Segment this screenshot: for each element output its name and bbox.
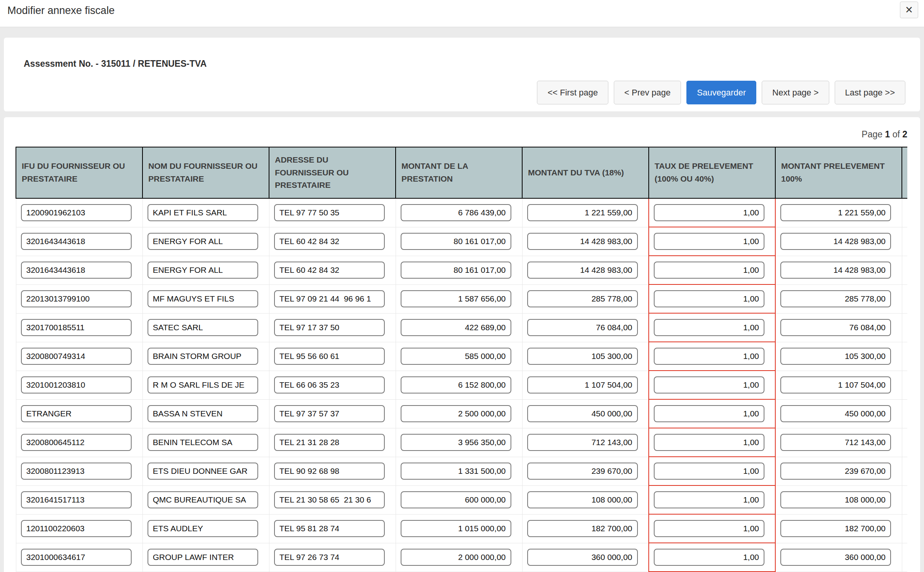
ifu-input[interactable] xyxy=(21,376,132,393)
assessment-title: Assessment No. - 315011 / RETENUES-TVA xyxy=(24,59,207,69)
montant-prestation-input[interactable] xyxy=(401,463,511,480)
montant-prelevement-input[interactable] xyxy=(780,463,891,480)
montant-prestation-input[interactable] xyxy=(401,204,511,221)
montant-prestation-input[interactable] xyxy=(401,405,511,422)
adresse-input[interactable] xyxy=(274,233,385,250)
montant-tva-input[interactable] xyxy=(527,491,638,508)
taux-prelevement-input[interactable] xyxy=(654,520,764,537)
montant-tva-input[interactable] xyxy=(527,549,638,566)
ifu-input[interactable] xyxy=(21,233,132,250)
adresse-input[interactable] xyxy=(274,463,385,480)
montant-prestation-input[interactable] xyxy=(401,262,511,279)
montant-prelevement-input[interactable] xyxy=(780,319,891,336)
ifu-input[interactable] xyxy=(21,520,132,537)
nom-input[interactable] xyxy=(148,262,258,279)
ifu-input[interactable] xyxy=(21,491,132,508)
ifu-input[interactable] xyxy=(21,463,132,480)
nom-input[interactable] xyxy=(148,319,258,336)
taux-prelevement-input[interactable] xyxy=(654,376,764,393)
nom-input[interactable] xyxy=(148,233,258,250)
taux-prelevement-input[interactable] xyxy=(654,204,764,221)
taux-prelevement-input[interactable] xyxy=(654,348,764,365)
adresse-input[interactable] xyxy=(274,376,385,393)
adresse-input[interactable] xyxy=(274,549,385,566)
nom-input[interactable] xyxy=(148,549,258,566)
taux-prelevement-input[interactable] xyxy=(654,405,764,422)
nom-input[interactable] xyxy=(148,463,258,480)
nom-input[interactable] xyxy=(148,405,258,422)
montant-prestation-input[interactable] xyxy=(401,376,511,393)
montant-prelevement-input[interactable] xyxy=(780,233,891,250)
montant-prestation-input[interactable] xyxy=(401,520,511,537)
taux-prelevement-input[interactable] xyxy=(654,549,764,566)
last-page-button[interactable]: Last page >> xyxy=(835,81,905,104)
montant-prelevement-input[interactable] xyxy=(780,434,891,451)
montant-tva-input[interactable] xyxy=(527,319,638,336)
ifu-input[interactable] xyxy=(21,319,132,336)
ifu-input[interactable] xyxy=(21,405,132,422)
nom-input[interactable] xyxy=(148,290,258,307)
montant-tva-input[interactable] xyxy=(527,434,638,451)
prev-page-button[interactable]: < Prev page xyxy=(614,81,681,104)
adresse-input[interactable] xyxy=(274,491,385,508)
taux-prelevement-input[interactable] xyxy=(654,262,764,279)
ifu-input[interactable] xyxy=(21,262,132,279)
montant-prelevement-input[interactable] xyxy=(780,348,891,365)
adresse-input[interactable] xyxy=(274,204,385,221)
montant-prelevement-input[interactable] xyxy=(780,290,891,307)
adresse-input[interactable] xyxy=(274,262,385,279)
ifu-input[interactable] xyxy=(21,348,132,365)
next-page-button[interactable]: Next page > xyxy=(762,81,829,104)
table-scroll-area[interactable]: IFU DU FOURNISSEUR OU PRESTATAIRENOM DU … xyxy=(16,147,907,572)
adresse-input[interactable] xyxy=(274,405,385,422)
montant-tva-input[interactable] xyxy=(527,348,638,365)
montant-tva-input[interactable] xyxy=(527,204,638,221)
taux-prelevement-input[interactable] xyxy=(654,290,764,307)
adresse-input[interactable] xyxy=(274,290,385,307)
nom-input[interactable] xyxy=(148,204,258,221)
montant-tva-input[interactable] xyxy=(527,405,638,422)
adresse-input[interactable] xyxy=(274,434,385,451)
ifu-input[interactable] xyxy=(21,290,132,307)
adresse-input[interactable] xyxy=(274,348,385,365)
nom-input[interactable] xyxy=(148,491,258,508)
close-button[interactable]: ✕ xyxy=(900,2,918,18)
nom-input[interactable] xyxy=(148,520,258,537)
adresse-input[interactable] xyxy=(274,319,385,336)
montant-prelevement-input[interactable] xyxy=(780,520,891,537)
table-row xyxy=(16,514,907,543)
montant-prelevement-input[interactable] xyxy=(780,204,891,221)
montant-prelevement-input[interactable] xyxy=(780,549,891,566)
montant-prelevement-input[interactable] xyxy=(780,262,891,279)
nom-input[interactable] xyxy=(148,348,258,365)
taux-prelevement-input[interactable] xyxy=(654,434,764,451)
nom-input[interactable] xyxy=(148,434,258,451)
montant-tva-input[interactable] xyxy=(527,290,638,307)
ifu-input[interactable] xyxy=(21,549,132,566)
montant-tva-input[interactable] xyxy=(527,520,638,537)
taux-prelevement-input[interactable] xyxy=(654,463,764,480)
taux-prelevement-input[interactable] xyxy=(654,319,764,336)
montant-prestation-input[interactable] xyxy=(401,233,511,250)
nom-input[interactable] xyxy=(148,376,258,393)
ifu-input[interactable] xyxy=(21,434,132,451)
montant-prelevement-input[interactable] xyxy=(780,376,891,393)
montant-prelevement-input[interactable] xyxy=(780,491,891,508)
save-button[interactable]: Sauvegarder xyxy=(686,81,756,104)
montant-prestation-input[interactable] xyxy=(401,491,511,508)
montant-prestation-input[interactable] xyxy=(401,290,511,307)
montant-prestation-input[interactable] xyxy=(401,549,511,566)
montant-prestation-input[interactable] xyxy=(401,319,511,336)
taux-prelevement-input[interactable] xyxy=(654,233,764,250)
montant-prestation-input[interactable] xyxy=(401,434,511,451)
first-page-button[interactable]: << First page xyxy=(537,81,608,104)
montant-tva-input[interactable] xyxy=(527,233,638,250)
taux-prelevement-input[interactable] xyxy=(654,491,764,508)
montant-prestation-input[interactable] xyxy=(401,348,511,365)
montant-prelevement-input[interactable] xyxy=(780,405,891,422)
adresse-input[interactable] xyxy=(274,520,385,537)
montant-tva-input[interactable] xyxy=(527,262,638,279)
ifu-input[interactable] xyxy=(21,204,132,221)
montant-tva-input[interactable] xyxy=(527,376,638,393)
montant-tva-input[interactable] xyxy=(527,463,638,480)
